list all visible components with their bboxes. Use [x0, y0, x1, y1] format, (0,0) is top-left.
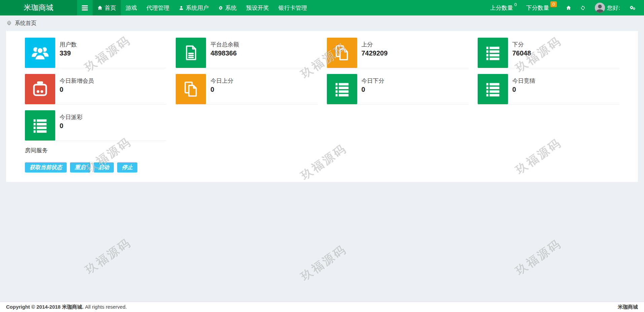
breadcrumb: 系统首页: [0, 15, 644, 31]
stat-label: 用户数: [60, 41, 77, 48]
copyright-rest: All rights reserved.: [85, 304, 127, 310]
stop-button[interactable]: 停止: [117, 162, 137, 172]
stat-label: 今日竞猜: [512, 77, 535, 85]
navbar-item-3[interactable]: 系统用户: [174, 0, 213, 15]
navbar-right: 上分数量0 下分数量0 您好:: [485, 0, 644, 15]
brand-logo[interactable]: 米珈商城: [0, 0, 77, 15]
greeting-label: 您好:: [607, 4, 620, 12]
list-icon: [478, 38, 508, 68]
navbar-item-5[interactable]: 预设开奖: [241, 0, 274, 15]
stat-label: 今日派彩: [60, 113, 82, 121]
stat-label: 下分: [512, 41, 531, 48]
navbar-item-label: 银行卡管理: [278, 4, 307, 12]
stat-card: 用户数 339: [25, 38, 166, 68]
watermark: 玖福源码: [298, 241, 350, 284]
stat-card: 今日下分 0: [327, 74, 468, 105]
navbar-item-4[interactable]: 系统: [213, 0, 241, 15]
board-icon: [25, 74, 55, 104]
copyright-text: Copyright © 2014-2018 米珈商城. All rights r…: [6, 304, 127, 310]
stat-card: 今日新增会员 0: [25, 74, 166, 105]
stat-value: 339: [60, 49, 77, 57]
copyright-strong: Copyright © 2014-2018 米珈商城.: [6, 304, 83, 310]
get-status-button[interactable]: 获取当前状态: [25, 162, 67, 172]
navbar-item-0[interactable]: 首页: [93, 0, 121, 15]
stat-value: 76048: [512, 49, 531, 57]
navbar-item-6[interactable]: 银行卡管理: [274, 0, 312, 15]
home-icon: [566, 5, 571, 10]
list-icon: [25, 110, 55, 141]
hamburger-icon: [82, 5, 88, 10]
navbar-item-label: 代理管理: [146, 4, 169, 12]
stat-card: 今日上分 0: [176, 74, 317, 105]
navbar-item-label: 系统: [225, 4, 237, 12]
down-score-label: 下分数量: [526, 4, 549, 12]
sidebar-toggle-button[interactable]: [77, 0, 93, 15]
navbar-menu: 首页 游戏 代理管理 系统用户 系统 预设开奖 银行卡管理: [93, 0, 312, 15]
user-menu[interactable]: 您好:: [590, 0, 625, 15]
stat-value: 0: [210, 86, 233, 93]
watermark: 玖福源码: [82, 235, 134, 277]
stat-label: 平台总余额: [210, 41, 239, 48]
stats-grid: 用户数 339 平台总余额 4898366 上分 7429209 下分 7604…: [25, 38, 619, 141]
footer: Copyright © 2014-2018 米珈商城. All rights r…: [0, 302, 644, 312]
page-title: 系统首页: [15, 20, 36, 27]
settings-button[interactable]: [625, 0, 641, 15]
cogs-icon: [629, 5, 636, 11]
stat-card: 下分 76048: [478, 38, 619, 68]
list-icon: [327, 74, 357, 104]
navbar-item-2[interactable]: 代理管理: [142, 0, 174, 15]
user-icon: [179, 5, 184, 10]
refresh-button[interactable]: [576, 0, 590, 15]
dashboard-gear-icon: [6, 20, 12, 26]
file-text-icon: [176, 38, 206, 68]
gear-icon: [218, 5, 223, 10]
restart-button[interactable]: 重启: [70, 162, 90, 172]
list-icon: [478, 74, 508, 104]
navbar-item-label: 首页: [105, 4, 116, 12]
down-score-menu-item[interactable]: 下分数量0: [521, 0, 562, 15]
stat-card: 今日竞猜 0: [478, 74, 619, 105]
watermark: 玖福源码: [513, 236, 565, 278]
navbar-item-label: 游戏: [126, 4, 137, 12]
stat-label: 今日上分: [210, 77, 233, 85]
refresh-icon: [580, 5, 586, 11]
footer-brand: 米珈商城: [618, 304, 638, 310]
room-service-title: 房间服务: [25, 147, 619, 154]
stat-card: 今日派彩 0: [25, 110, 166, 141]
stat-label: 上分: [362, 41, 388, 48]
room-service-buttons: 获取当前状态 重启 启动 停止: [25, 162, 619, 172]
stat-value: 0: [512, 86, 535, 93]
stat-value: 0: [60, 122, 82, 130]
stat-card: 上分 7429209: [327, 38, 468, 68]
start-button[interactable]: 启动: [94, 162, 114, 172]
stat-card: 平台总余额 4898366: [176, 38, 317, 68]
home-icon: [97, 5, 103, 10]
stat-value: 7429209: [362, 49, 388, 57]
up-score-badge: 0: [514, 2, 517, 7]
navbar-item-label: 系统用户: [186, 4, 209, 12]
stat-label: 今日新增会员: [60, 77, 94, 85]
stat-value: 4898366: [210, 49, 239, 57]
top-navbar: 米珈商城 首页 游戏 代理管理 系统用户 系统 预设开奖 银行卡管理 上分数量0…: [0, 0, 644, 15]
up-score-menu-item[interactable]: 上分数量0: [485, 0, 521, 15]
copy-icon: [176, 74, 206, 104]
stat-value: 0: [60, 86, 94, 93]
users-icon: [25, 38, 55, 68]
down-score-badge: 0: [550, 1, 557, 7]
stat-value: 0: [362, 86, 384, 93]
navbar-item-label: 预设开奖: [246, 4, 269, 12]
stat-label: 今日下分: [362, 77, 384, 85]
navbar-item-1[interactable]: 游戏: [121, 0, 142, 15]
up-score-label: 上分数量: [490, 4, 513, 12]
copy-icon: [327, 38, 357, 68]
avatar: [595, 3, 605, 13]
home-shortcut-button[interactable]: [562, 0, 576, 15]
dashboard-panel: 用户数 339 平台总余额 4898366 上分 7429209 下分 7604…: [6, 31, 638, 182]
